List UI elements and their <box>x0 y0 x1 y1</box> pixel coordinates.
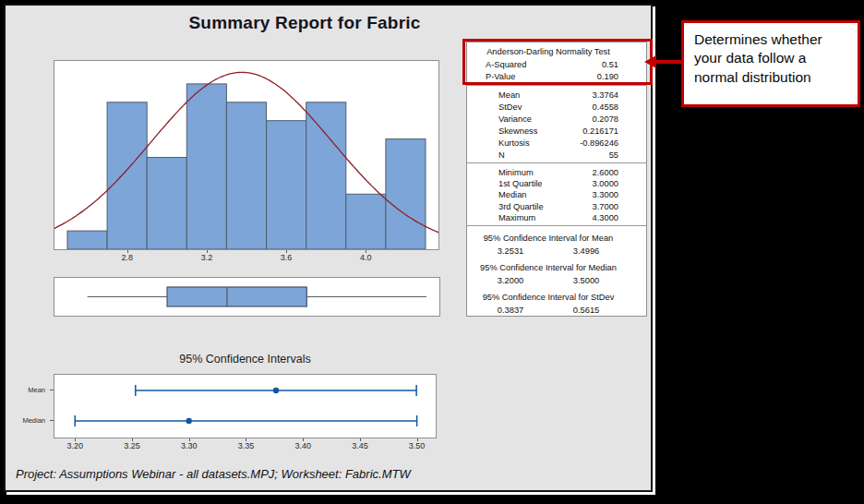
ci-value: 0.5615 <box>548 305 624 317</box>
stat-label: Median <box>498 189 527 200</box>
report-title: Summary Report for Fabric <box>6 13 604 33</box>
stat-value: 2.6000 <box>593 167 618 178</box>
axis-tick-label: 3.45 <box>352 441 368 450</box>
annotation-text: Determines whether your data follow a no… <box>694 31 822 85</box>
ci-value: 0.3837 <box>473 305 548 317</box>
stat-row: StDev0.4558 <box>467 102 646 114</box>
stat-value: 4.3000 <box>593 212 618 223</box>
stat-label: 1st Quartile <box>498 178 543 189</box>
callout-arrowhead-icon <box>644 55 656 68</box>
stat-label: N <box>498 150 505 162</box>
ci-value: 3.2531 <box>473 246 548 258</box>
histogram-x-axis: 2.83.23.64.0 <box>54 250 439 265</box>
stat-value: 3.3000 <box>593 189 618 200</box>
axis-tick-label: 3.6 <box>281 253 293 262</box>
stat-value: -0.896246 <box>580 138 618 150</box>
stat-row: 1st Quartile3.0000 <box>467 178 646 189</box>
annotation-callout: Determines whether your data follow a no… <box>681 20 860 107</box>
stat-label: Mean <box>498 90 520 102</box>
histogram-chart <box>54 61 438 249</box>
axis-tick-label: 3.40 <box>294 441 311 450</box>
ci-values: 0.38370.5615 <box>467 305 646 318</box>
ci-interval-panel <box>54 374 437 438</box>
stat-value: 3.0000 <box>593 178 618 189</box>
stat-label: StDev <box>498 102 522 114</box>
stat-value: 3.3764 <box>593 90 618 102</box>
ci-header: 95% Confidence Interval for Median <box>467 261 646 275</box>
anderson-darling-highlight-box <box>462 39 653 85</box>
stat-row: 3rd Quartile3.7000 <box>467 201 646 212</box>
axis-tick-label: 3.20 <box>66 441 83 450</box>
callout-arrow <box>656 60 682 64</box>
stat-row: Kurtosis-0.896246 <box>467 138 646 150</box>
stat-value: 0.4558 <box>593 102 618 114</box>
axis-tick-label: 3.35 <box>238 441 255 450</box>
axis-tick-label: 3.2 <box>201 253 213 262</box>
stat-row: Median3.3000 <box>467 189 646 200</box>
stat-value: 3.7000 <box>593 201 618 212</box>
stat-row: Skewness0.216171 <box>467 126 646 138</box>
ci-header: 95% Confidence Interval for StDev <box>467 291 646 305</box>
ci-value: 3.5000 <box>548 275 624 287</box>
stat-row: Variance0.2078 <box>467 114 646 126</box>
axis-tick-label: 3.30 <box>181 441 198 450</box>
stats-section: Mean3.3764StDev0.4558Variance0.2078Skewn… <box>467 85 646 162</box>
axis-tick <box>50 420 54 421</box>
ci-x-axis: 3.203.253.303.353.403.453.50 <box>54 438 437 453</box>
histogram-panel <box>54 60 439 250</box>
category-label: Median <box>22 416 45 425</box>
stat-label: Maximum <box>498 212 535 223</box>
ci-values: 3.25313.4996 <box>467 246 646 259</box>
boxplot-chart <box>54 278 439 316</box>
stat-row: Maximum4.3000 <box>467 212 646 223</box>
stat-row: Minimum2.6000 <box>467 167 646 178</box>
stats-section: 95% Confidence Interval for Mean3.25313.… <box>467 225 646 320</box>
axis-tick-label: 3.50 <box>409 441 426 450</box>
stat-value: 0.2078 <box>593 114 618 126</box>
stat-row: Mean3.3764 <box>467 90 646 102</box>
axis-tick-label: 2.8 <box>121 253 133 262</box>
stat-label: Skewness <box>498 126 537 138</box>
stat-value: 55 <box>609 150 618 162</box>
stat-label: Minimum <box>498 167 534 178</box>
ci-value: 3.4996 <box>548 246 624 258</box>
stat-value: 0.216171 <box>582 126 618 138</box>
stat-label: 3rd Quartile <box>498 201 544 212</box>
report-footer: Project: Assumptions Webinar - all datas… <box>16 467 411 481</box>
ci-value: 3.2000 <box>473 275 548 287</box>
category-label: Mean <box>28 386 45 394</box>
axis-tick-label: 4.0 <box>360 253 372 262</box>
ci-interval-chart <box>54 375 436 438</box>
stats-section: Minimum2.60001st Quartile3.0000Median3.3… <box>467 162 646 225</box>
stat-label: Variance <box>498 114 532 126</box>
ci-header: 95% Confidence Interval for Mean <box>467 232 646 246</box>
stat-label: Kurtosis <box>498 138 530 150</box>
stat-row: N55 <box>467 150 646 162</box>
axis-tick-label: 3.25 <box>124 441 140 450</box>
boxplot-panel <box>54 277 440 317</box>
minitab-summary-report: Summary Report for Fabric 2.83.23.64.0 9… <box>4 4 653 492</box>
ci-chart-title: 95% Confidence Intervals <box>54 353 437 366</box>
axis-tick <box>50 390 54 390</box>
ci-y-axis: MeanMedian <box>6 374 54 438</box>
ci-values: 3.20003.5000 <box>467 275 646 289</box>
